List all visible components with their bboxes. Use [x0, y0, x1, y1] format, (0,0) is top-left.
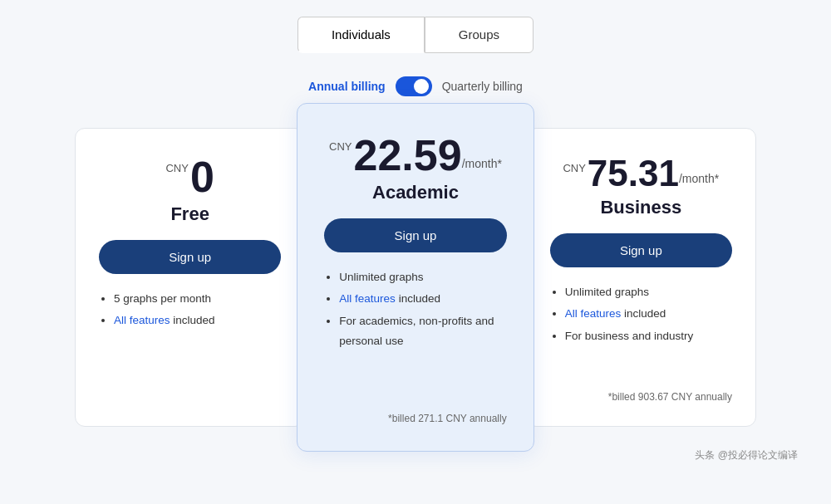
- price-suffix-academic: /month*: [462, 157, 502, 170]
- billed-note-business: *billed 903.67 CNY annually: [550, 378, 732, 403]
- price-area-free: CNY 0: [165, 155, 214, 198]
- price-area-business: CNY 75.31 /month*: [563, 155, 719, 192]
- feature-academic-2: All features included: [339, 289, 506, 309]
- feature-free-2: All features included: [114, 311, 281, 330]
- signup-button-business[interactable]: Sign up: [550, 233, 732, 267]
- currency-business: CNY: [563, 162, 585, 174]
- feature-business-2-highlight: All features: [565, 307, 622, 320]
- price-business: 75.31: [588, 155, 679, 192]
- currency-academic: CNY: [329, 140, 352, 153]
- features-list-business: Unlimited graphs All features included F…: [550, 282, 732, 348]
- billing-toggle-row: Annual billing Quarterly billing: [308, 76, 523, 96]
- plan-card-free: CNY 0 Free Sign up 5 graphs per month Al…: [75, 128, 305, 427]
- feature-academic-3: For academics, non-profits and personal …: [339, 311, 506, 352]
- feature-business-3: For business and industry: [565, 326, 732, 346]
- plan-tabs: Individuals Groups: [297, 17, 534, 53]
- currency-free: CNY: [165, 162, 188, 174]
- feature-free-2-highlight: All features: [114, 314, 170, 326]
- toggle-thumb: [414, 79, 429, 94]
- plan-card-business: CNY 75.31 /month* Business Sign up Unlim…: [526, 128, 756, 427]
- tab-individuals[interactable]: Individuals: [297, 17, 425, 53]
- feature-academic-2-highlight: All features: [339, 292, 396, 305]
- price-area-academic: CNY 22.59 /month*: [329, 134, 502, 177]
- features-list-academic: Unlimited graphs All features included F…: [324, 267, 506, 353]
- billing-toggle[interactable]: [396, 76, 432, 96]
- annual-billing-label: Annual billing: [308, 80, 386, 93]
- signup-button-free[interactable]: Sign up: [99, 240, 281, 274]
- feature-free-1: 5 graphs per month: [114, 289, 281, 309]
- plan-name-business: Business: [600, 197, 681, 218]
- plans-container: CNY 0 Free Sign up 5 graphs per month Al…: [75, 120, 756, 435]
- price-suffix-business: /month*: [679, 172, 719, 185]
- plan-card-academic: CNY 22.59 /month* Academic Sign up Unlim…: [297, 103, 534, 452]
- feature-business-1: Unlimited graphs: [565, 282, 732, 302]
- plan-name-free: Free: [170, 203, 209, 225]
- price-academic: 22.59: [354, 134, 462, 177]
- feature-business-2: All features included: [565, 304, 732, 324]
- signup-button-academic[interactable]: Sign up: [324, 218, 506, 252]
- watermark: 头条 @投必得论文编译: [695, 448, 814, 462]
- billed-note-academic: *billed 271.1 CNY annually: [324, 399, 506, 424]
- price-free: 0: [190, 155, 214, 198]
- feature-academic-1: Unlimited graphs: [339, 267, 506, 287]
- features-list-free: 5 graphs per month All features included: [99, 289, 281, 333]
- tab-groups[interactable]: Groups: [425, 17, 534, 53]
- quarterly-billing-label: Quarterly billing: [442, 80, 523, 93]
- plan-name-academic: Academic: [372, 182, 459, 203]
